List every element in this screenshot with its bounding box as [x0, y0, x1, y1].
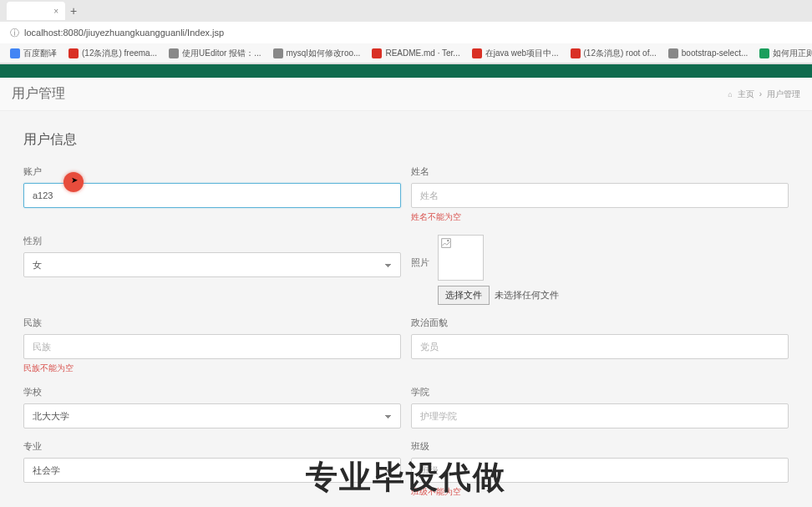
name-error: 姓名不能为空: [411, 211, 789, 223]
college-input[interactable]: [411, 403, 789, 428]
ethnic-input[interactable]: [23, 334, 401, 359]
ethnic-label: 民族: [23, 317, 401, 329]
gender-label: 性别: [23, 235, 401, 247]
school-select[interactable]: 北大大学: [23, 403, 401, 428]
bookmark-label: (12条消息) root of...: [584, 48, 657, 59]
broken-image-icon: [441, 238, 451, 248]
gender-select[interactable]: 女: [23, 252, 401, 277]
photo-preview: [438, 235, 484, 281]
bookmark-label: 百度翻译: [23, 48, 57, 59]
panel-title: 用户信息: [23, 131, 789, 149]
bookmark-label: README.md · Ter...: [385, 48, 459, 58]
bookmark-item[interactable]: README.md · Ter...: [372, 48, 459, 58]
file-status: 未选择任何文件: [495, 289, 559, 302]
name-input[interactable]: [411, 183, 789, 208]
major-group: 专业 社会学: [23, 440, 401, 498]
breadcrumb-sep: ›: [759, 89, 762, 99]
name-label: 姓名: [411, 165, 789, 178]
form-grid: 账户 姓名 姓名不能为空 性别 女 照片: [23, 165, 789, 507]
breadcrumb-home[interactable]: 主页: [738, 89, 754, 100]
name-group: 姓名 姓名不能为空: [411, 165, 789, 223]
political-group: 政治面貌: [411, 317, 789, 374]
bookmark-favicon: [273, 48, 283, 58]
ethnic-error: 民族不能为空: [23, 363, 401, 374]
breadcrumb-current: 用户管理: [767, 89, 800, 100]
bookmark-label: bootstrap-select...: [682, 48, 748, 58]
class-label: 班级: [411, 440, 789, 453]
bookmark-item[interactable]: (12条消息) freema...: [69, 48, 157, 59]
bookmark-label: 如何用正则匹配: 2...: [773, 48, 812, 59]
address-bar[interactable]: ⓘ localhost:8080/jiuyezhuangkuangguanli/…: [0, 22, 812, 43]
ethnic-group: 民族 民族不能为空: [23, 317, 401, 374]
college-label: 学院: [411, 386, 789, 398]
page-title: 用户管理: [12, 85, 65, 103]
bookmark-label: 使用UEditor 报错：...: [182, 48, 261, 59]
college-group: 学院: [411, 386, 789, 428]
class-error: 班级不能为空: [411, 486, 789, 498]
bookmark-label: mysql如何修改roo...: [287, 48, 361, 59]
bookmark-item[interactable]: (12条消息) root of...: [571, 48, 657, 59]
browser-chrome: × + ⓘ localhost:8080/jiuyezhuangkuanggua…: [0, 0, 812, 64]
photo-group-wrap: 照片 选择文件 未选择任何文件: [411, 235, 789, 305]
bookmark-label: (12条消息) freema...: [82, 48, 157, 59]
bookmark-favicon: [169, 48, 179, 58]
bookmark-item[interactable]: 如何用正则匹配: 2...: [759, 48, 812, 59]
tab-bar: × +: [0, 0, 812, 22]
political-label: 政治面貌: [411, 317, 789, 329]
bookmarks-bar: 百度翻译(12条消息) freema...使用UEditor 报错：...mys…: [0, 43, 812, 63]
account-label: 账户: [23, 165, 401, 178]
url-text: localhost:8080/jiuyezhuangkuangguanli/In…: [24, 28, 224, 38]
bookmark-favicon: [10, 48, 20, 58]
svg-rect-0: [442, 239, 451, 248]
top-nav-bar: [0, 64, 812, 78]
bookmark-favicon: [372, 48, 382, 58]
new-tab-button[interactable]: +: [70, 4, 77, 18]
account-input[interactable]: [23, 183, 401, 208]
breadcrumb: ⌂ 主页 › 用户管理: [728, 89, 800, 100]
major-select[interactable]: 社会学: [23, 458, 401, 483]
class-group: 班级 班级不能为空: [411, 440, 789, 498]
gender-group: 性别 女: [23, 235, 401, 305]
tab-close-icon[interactable]: ×: [53, 7, 58, 16]
browser-tab[interactable]: ×: [7, 2, 65, 20]
political-input[interactable]: [411, 334, 789, 359]
svg-point-1: [447, 240, 449, 241]
school-group: 学校 北大大学: [23, 386, 401, 428]
home-icon[interactable]: ⌂: [728, 90, 732, 99]
bookmark-favicon: [668, 48, 678, 58]
account-group: 账户: [23, 165, 401, 223]
major-label: 专业: [23, 440, 401, 453]
choose-file-button[interactable]: 选择文件: [438, 286, 490, 305]
bookmark-favicon: [472, 48, 482, 58]
bookmark-item[interactable]: mysql如何修改roo...: [273, 48, 361, 59]
bookmark-favicon: [759, 48, 769, 58]
page-header: 用户管理 ⌂ 主页 › 用户管理: [0, 78, 812, 111]
bookmark-item[interactable]: 使用UEditor 报错：...: [169, 48, 261, 59]
content-panel: 用户信息 账户 姓名 姓名不能为空 性别 女 照片: [0, 111, 812, 507]
bookmark-label: 在java web项目中...: [485, 48, 559, 59]
bookmark-favicon: [69, 48, 79, 58]
info-icon: ⓘ: [10, 27, 19, 39]
class-input[interactable]: [411, 458, 789, 483]
bookmark-item[interactable]: 在java web项目中...: [472, 48, 559, 59]
bookmark-item[interactable]: bootstrap-select...: [668, 48, 748, 58]
photo-label: 照片: [411, 256, 429, 269]
school-label: 学校: [23, 386, 401, 398]
bookmark-item[interactable]: 百度翻译: [10, 48, 57, 59]
bookmark-favicon: [571, 48, 581, 58]
